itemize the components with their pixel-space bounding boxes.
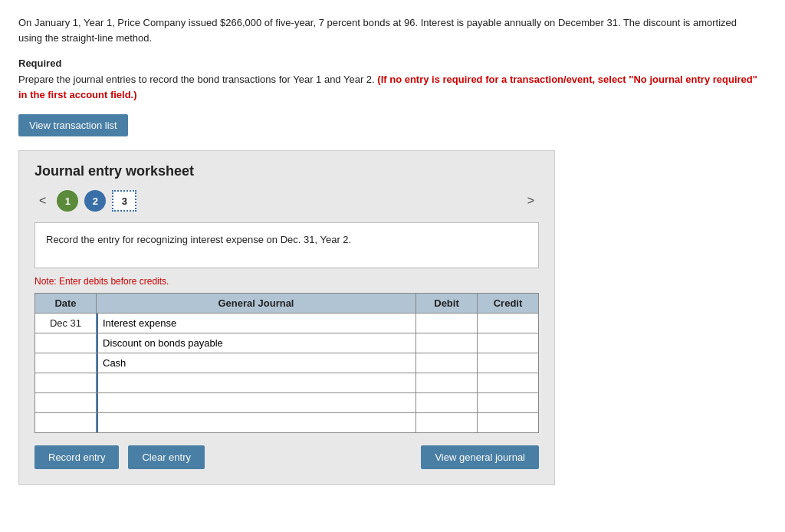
intro-paragraph: On January 1, Year 1, Price Company issu… <box>18 15 754 45</box>
header-debit: Debit <box>416 294 478 314</box>
credit-cell[interactable] <box>478 333 539 353</box>
credit-cell[interactable] <box>478 413 539 433</box>
debit-cell[interactable] <box>416 373 478 393</box>
journal-entry-input[interactable] <box>97 393 415 412</box>
table-row <box>35 413 539 433</box>
journal-entry-input[interactable] <box>97 333 415 353</box>
nav-right-arrow[interactable]: > <box>523 192 539 209</box>
debit-input[interactable] <box>416 314 477 333</box>
journal-entry-cell[interactable] <box>97 373 416 393</box>
description-text: Record the entry for recognizing interes… <box>46 234 351 245</box>
step-3-box[interactable]: 3 <box>112 190 136 212</box>
journal-entry-cell[interactable] <box>97 393 416 413</box>
date-cell <box>35 353 97 373</box>
required-title: Required <box>18 57 767 69</box>
header-date: Date <box>35 294 97 314</box>
credit-cell[interactable] <box>478 393 539 413</box>
debit-cell[interactable] <box>416 333 478 353</box>
debit-input[interactable] <box>416 353 477 373</box>
date-cell <box>35 393 97 413</box>
header-general-journal: General Journal <box>97 294 416 314</box>
description-box: Record the entry for recognizing interes… <box>34 222 539 268</box>
credit-input[interactable] <box>478 413 538 432</box>
required-body-normal: Prepare the journal entries to record th… <box>18 74 377 85</box>
journal-entry-cell[interactable] <box>97 353 416 373</box>
debit-cell[interactable] <box>416 353 478 373</box>
view-transaction-button[interactable]: View transaction list <box>18 114 128 136</box>
journal-entry-cell[interactable] <box>97 413 416 433</box>
required-body: Prepare the journal entries to record th… <box>18 72 767 102</box>
table-row <box>35 373 539 393</box>
intro-text: On January 1, Year 1, Price Company issu… <box>18 17 737 44</box>
worksheet-container: Journal entry worksheet < 1 2 3 > Record… <box>18 150 555 485</box>
journal-entry-input[interactable] <box>97 314 415 333</box>
date-cell <box>35 413 97 433</box>
note-text: Note: Enter debits before credits. <box>34 276 539 287</box>
credit-cell[interactable] <box>478 353 539 373</box>
credit-input[interactable] <box>478 373 538 392</box>
step-2-circle[interactable]: 2 <box>84 190 106 212</box>
debit-cell[interactable] <box>416 314 478 333</box>
credit-input[interactable] <box>478 393 538 412</box>
debit-cell[interactable] <box>416 413 478 433</box>
bottom-buttons: Record entry Clear entry View general jo… <box>34 445 539 469</box>
journal-entry-input[interactable] <box>97 353 415 373</box>
credit-input[interactable] <box>478 314 538 333</box>
debit-input[interactable] <box>416 333 477 353</box>
credit-input[interactable] <box>478 353 538 373</box>
step-1-circle[interactable]: 1 <box>57 190 78 212</box>
clear-entry-button[interactable]: Clear entry <box>128 445 205 469</box>
required-section: Required Prepare the journal entries to … <box>18 57 767 102</box>
journal-table: Date General Journal Debit Credit Dec 31 <box>34 293 539 433</box>
date-cell <box>35 333 97 353</box>
date-cell <box>35 373 97 393</box>
debit-input[interactable] <box>416 413 477 432</box>
credit-cell[interactable] <box>478 373 539 393</box>
credit-input[interactable] <box>478 333 538 353</box>
debit-cell[interactable] <box>416 393 478 413</box>
table-row <box>35 393 539 413</box>
credit-cell[interactable] <box>478 314 539 333</box>
journal-entry-input[interactable] <box>97 413 415 432</box>
view-general-journal-button[interactable]: View general journal <box>421 445 539 469</box>
table-row <box>35 353 539 373</box>
nav-left-arrow[interactable]: < <box>34 192 51 209</box>
table-row <box>35 333 539 353</box>
journal-entry-cell[interactable] <box>97 314 416 333</box>
date-cell: Dec 31 <box>35 314 97 333</box>
journal-entry-input[interactable] <box>97 373 415 392</box>
debit-input[interactable] <box>416 373 477 392</box>
table-row: Dec 31 <box>35 314 539 333</box>
nav-row: < 1 2 3 > <box>34 190 539 212</box>
journal-entry-cell[interactable] <box>97 333 416 353</box>
record-entry-button[interactable]: Record entry <box>34 445 119 469</box>
header-credit: Credit <box>478 294 539 314</box>
debit-input[interactable] <box>416 393 477 412</box>
worksheet-title: Journal entry worksheet <box>34 163 539 179</box>
